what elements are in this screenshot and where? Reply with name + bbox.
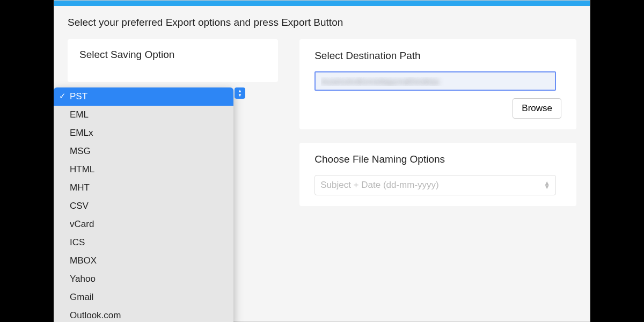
saving-option-dropdown[interactable]: ▲▼ PSTEMLEMLxMSGHTMLMHTCSVvCardICSMBOXYa… xyxy=(54,87,233,322)
saving-option-item-html[interactable]: HTML xyxy=(54,160,233,179)
destination-panel: Select Destination Path Browse xyxy=(299,39,576,129)
saving-option-item-ics[interactable]: ICS xyxy=(54,233,233,252)
title-bar xyxy=(54,1,590,6)
right-column: Select Destination Path Browse Choose Fi… xyxy=(299,39,576,206)
saving-option-item-outlookcom[interactable]: Outlook.com xyxy=(54,306,233,322)
saving-option-item-emlx[interactable]: EMLx xyxy=(54,124,233,142)
saving-option-item-pst[interactable]: PST xyxy=(54,87,233,106)
destination-title: Select Destination Path xyxy=(314,50,561,62)
saving-option-title: Select Saving Option xyxy=(79,49,266,61)
instruction-text: Select your preferred Export options and… xyxy=(54,6,590,34)
naming-panel: Choose File Naming Options Subject + Dat… xyxy=(299,143,576,206)
saving-option-item-mht[interactable]: MHT xyxy=(54,179,233,197)
saving-option-item-msg[interactable]: MSG xyxy=(54,142,233,160)
naming-select[interactable]: Subject + Date (dd-mm-yyyy) ▲▼ xyxy=(314,175,556,195)
stepper-icon: ▲▼ xyxy=(544,181,550,189)
saving-option-item-mbox[interactable]: MBOX xyxy=(54,252,233,270)
saving-option-item-gmail[interactable]: Gmail xyxy=(54,288,233,306)
saving-option-item-csv[interactable]: CSV xyxy=(54,197,233,215)
dropdown-stepper-icon[interactable]: ▲▼ xyxy=(235,87,245,99)
browse-button[interactable]: Browse xyxy=(513,98,561,119)
saving-option-item-vcard[interactable]: vCard xyxy=(54,215,233,233)
saving-option-panel: Select Saving Option xyxy=(68,39,278,82)
saving-option-item-eml[interactable]: EML xyxy=(54,106,233,124)
saving-option-item-yahoo[interactable]: Yahoo xyxy=(54,270,233,288)
browse-row: Browse xyxy=(314,98,561,119)
destination-path-input[interactable] xyxy=(314,71,556,91)
naming-select-value: Subject + Date (dd-mm-yyyy) xyxy=(320,180,439,191)
naming-title: Choose File Naming Options xyxy=(314,153,561,165)
